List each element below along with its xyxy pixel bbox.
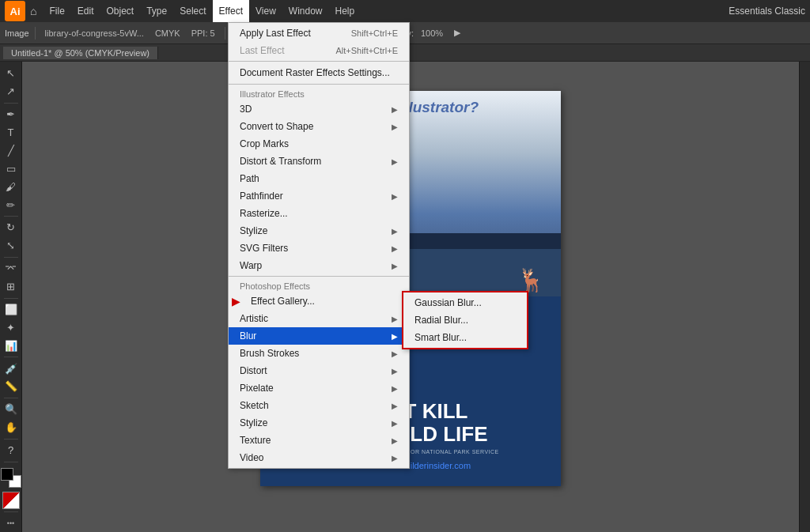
zoom-icon[interactable]: 🔍 bbox=[2, 401, 20, 418]
menu-view[interactable]: View bbox=[249, 0, 282, 22]
effect-blur[interactable]: Blur ▶ bbox=[229, 327, 409, 345]
canvas-workspace: arpen an image in Illustrator? 🦌 DON'T K… bbox=[22, 62, 799, 515]
illustrator-effects-section: Illustrator Effects 3D ▶ Convert to Shap… bbox=[229, 84, 409, 276]
type-tool-icon[interactable]: T bbox=[2, 124, 20, 141]
blur-submenu: Gaussian Blur... Radial Blur... Smart Bl… bbox=[402, 291, 528, 349]
left-tool-panel: ↖ ↗ ✒ T ╱ ▭ 🖌 ✏ ↻ ⤡ ⌤ ⊞ ⬜ ✦ 📊 💉 📏 🔍 ✋ ? … bbox=[0, 62, 22, 532]
bar-chart-icon[interactable]: 📊 bbox=[2, 337, 20, 354]
effect-ps-stylize[interactable]: Stylize ▶ bbox=[229, 414, 409, 432]
toolbar-colormode: CMYK bbox=[151, 28, 184, 39]
blur-smart[interactable]: Smart Blur... bbox=[403, 329, 527, 346]
menu-window[interactable]: Window bbox=[282, 0, 329, 22]
pencil-icon[interactable]: ✏ bbox=[2, 196, 20, 213]
foreground-color[interactable] bbox=[1, 468, 13, 481]
effect-distort-transform[interactable]: Distort & Transform ▶ bbox=[229, 153, 409, 170]
effect-menu-section-top: Apply Last Effect Shift+Ctrl+E Last Effe… bbox=[229, 23, 409, 61]
right-panel bbox=[799, 62, 810, 532]
more-tools-icon[interactable]: ••• bbox=[2, 515, 20, 532]
rect-tool-icon[interactable]: ▭ bbox=[2, 160, 20, 177]
eyedropper-icon[interactable]: 💉 bbox=[2, 360, 20, 377]
warp-icon[interactable]: ⌤ bbox=[2, 260, 20, 277]
tool-sep-8 bbox=[4, 462, 18, 462]
effect-distort[interactable]: Distort ▶ bbox=[229, 362, 409, 379]
workspace-label: Essentials Classic bbox=[729, 6, 805, 17]
direct-select-icon[interactable]: ↗ bbox=[2, 83, 20, 100]
effect-artistic[interactable]: Artistic ▶ bbox=[229, 310, 409, 327]
tool-sep-7 bbox=[4, 439, 18, 440]
measure-icon[interactable]: 📏 bbox=[2, 378, 20, 395]
tool-sep-4 bbox=[4, 298, 18, 299]
effect-pathfinder[interactable]: Pathfinder ▶ bbox=[229, 187, 409, 205]
photoshop-effects-section: Photoshop Effects ▶ Effect Gallery... Ar… bbox=[229, 276, 409, 468]
tool-sep-6 bbox=[4, 398, 18, 398]
select-tool-icon[interactable]: ↖ bbox=[2, 65, 20, 82]
last-effect-item[interactable]: Last Effect Alt+Shift+Ctrl+E bbox=[229, 42, 409, 59]
menu-type[interactable]: Type bbox=[140, 0, 173, 22]
apply-last-effect-item[interactable]: Apply Last Effect Shift+Ctrl+E bbox=[229, 25, 409, 42]
effect-svg-filters[interactable]: SVG Filters ▶ bbox=[229, 240, 409, 257]
tool-sep-3 bbox=[4, 257, 18, 258]
hand-icon[interactable]: ✋ bbox=[2, 419, 20, 436]
document-tab[interactable]: Untitled-1* @ 50% (CMYK/Preview) bbox=[3, 47, 158, 59]
document-raster-item[interactable]: Document Raster Effects Settings... bbox=[229, 63, 409, 82]
toolbar-image-label: Image bbox=[5, 28, 29, 38]
symbol-icon[interactable]: ✦ bbox=[2, 319, 20, 336]
tool-sep-2 bbox=[4, 216, 18, 217]
toolbar-sep-1 bbox=[35, 27, 36, 40]
effect-gallery[interactable]: ▶ Effect Gallery... bbox=[229, 292, 409, 310]
effect-crop-marks[interactable]: Crop Marks bbox=[229, 135, 409, 153]
free-transform-icon[interactable]: ⊞ bbox=[2, 278, 20, 296]
effect-warp[interactable]: Warp ▶ bbox=[229, 257, 409, 274]
rotate-icon[interactable]: ↻ bbox=[2, 219, 20, 236]
effect-menu: Apply Last Effect Shift+Ctrl+E Last Effe… bbox=[228, 22, 410, 469]
effect-convert-shape[interactable]: Convert to Shape ▶ bbox=[229, 118, 409, 135]
toolbar-opacity-val[interactable]: 100% bbox=[417, 28, 447, 39]
illustrator-section-label: Illustrator Effects bbox=[229, 86, 409, 100]
home-icon[interactable]: ⌂ bbox=[30, 5, 36, 17]
effect-rasterize[interactable]: Rasterize... bbox=[229, 205, 409, 222]
paintbrush-icon[interactable]: 🖌 bbox=[2, 178, 20, 195]
menu-bar: Ai ⌂ File Edit Object Type Select Effect… bbox=[0, 0, 810, 22]
effect-pixelate[interactable]: Pixelate ▶ bbox=[229, 379, 409, 397]
menu-effect[interactable]: Effect bbox=[213, 0, 249, 22]
menu-file[interactable]: File bbox=[43, 0, 70, 22]
color-swatch[interactable] bbox=[1, 468, 21, 489]
tool-sep-5 bbox=[4, 357, 18, 357]
effect-menu-section-raster: Document Raster Effects Settings... bbox=[229, 61, 409, 84]
menu-help[interactable]: Help bbox=[329, 0, 361, 22]
pen-tool-icon[interactable]: ✒ bbox=[2, 106, 20, 123]
perspective-icon[interactable]: ⬜ bbox=[2, 301, 20, 319]
effect-stylize[interactable]: Stylize ▶ bbox=[229, 222, 409, 240]
menu-edit[interactable]: Edit bbox=[71, 0, 100, 22]
toolbar-filename: library-of-congress-5vW... bbox=[41, 28, 148, 39]
effect-texture[interactable]: Texture ▶ bbox=[229, 432, 409, 449]
scale-icon[interactable]: ⤡ bbox=[2, 237, 20, 255]
toolbar-ppi: PPI: 5 bbox=[187, 28, 219, 39]
blur-gaussian[interactable]: Gaussian Blur... bbox=[403, 294, 527, 311]
effect-sketch[interactable]: Sketch ▶ bbox=[229, 397, 409, 414]
line-tool-icon[interactable]: ╱ bbox=[2, 142, 20, 160]
toolbar-sep-2 bbox=[225, 27, 225, 40]
app-logo: Ai bbox=[5, 1, 25, 21]
tool-sep-1 bbox=[4, 103, 18, 104]
menu-select[interactable]: Select bbox=[173, 0, 212, 22]
effect-video[interactable]: Video ▶ bbox=[229, 449, 409, 466]
effect-path[interactable]: Path bbox=[229, 170, 409, 187]
question-icon[interactable]: ? bbox=[2, 442, 20, 459]
photoshop-section-label: Photoshop Effects bbox=[229, 278, 409, 292]
blur-radial[interactable]: Radial Blur... bbox=[403, 311, 527, 329]
effect-brush-strokes[interactable]: Brush Strokes ▶ bbox=[229, 345, 409, 362]
toolbar-opacity-arrow[interactable]: ▶ bbox=[450, 27, 464, 39]
tool-sep-9 bbox=[4, 511, 18, 512]
effect-3d[interactable]: 3D ▶ bbox=[229, 100, 409, 118]
red-arrow-icon: ▶ bbox=[232, 295, 240, 308]
menu-object[interactable]: Object bbox=[100, 0, 141, 22]
deer-icon: 🦌 bbox=[517, 267, 545, 293]
color-indicator-box[interactable] bbox=[2, 492, 20, 509]
